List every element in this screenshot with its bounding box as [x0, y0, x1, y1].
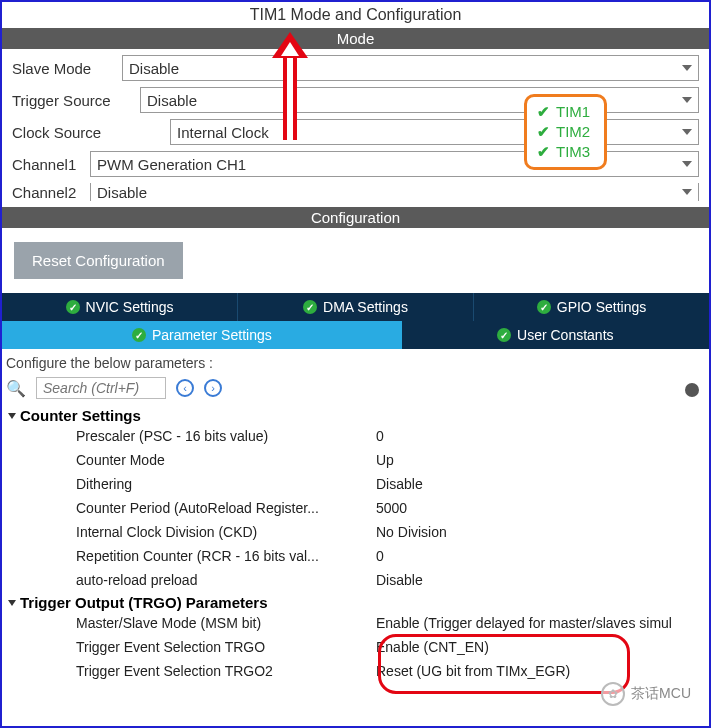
- parameter-key: auto-reload preload: [76, 568, 376, 592]
- parameter-row[interactable]: Counter ModeUp: [8, 448, 705, 472]
- parameter-value[interactable]: Enable (CNT_EN): [376, 635, 705, 659]
- tab-dma-settings[interactable]: ✓ DMA Settings: [238, 293, 474, 321]
- trgo-parameters-group[interactable]: Trigger Output (TRGO) Parameters: [8, 594, 705, 611]
- reset-configuration-button[interactable]: Reset Configuration: [14, 242, 183, 279]
- chevron-down-icon: [8, 600, 16, 606]
- check-icon: ✓: [537, 300, 551, 314]
- parameter-key: Prescaler (PSC - 16 bits value): [76, 424, 376, 448]
- tab-nvic-label: NVIC Settings: [86, 299, 174, 315]
- chevron-down-icon: [682, 161, 692, 167]
- chevron-down-icon: [8, 413, 16, 419]
- parameter-value[interactable]: Reset (UG bit from TIMx_EGR): [376, 659, 705, 683]
- parameter-row[interactable]: auto-reload preloadDisable: [8, 568, 705, 592]
- parameter-value[interactable]: Up: [376, 448, 705, 472]
- parameter-tree: Counter Settings Prescaler (PSC - 16 bit…: [6, 407, 705, 683]
- parameter-row[interactable]: Master/Slave Mode (MSM bit)Enable (Trigg…: [8, 611, 705, 635]
- gear-icon[interactable]: [685, 383, 699, 397]
- search-input[interactable]: [36, 377, 166, 399]
- tab-nvic-settings[interactable]: ✓ NVIC Settings: [2, 293, 238, 321]
- parameter-key: Repetition Counter (RCR - 16 bits val...: [76, 544, 376, 568]
- channel2-dropdown[interactable]: Disable: [90, 183, 699, 201]
- channel1-label: Channel1: [12, 156, 90, 173]
- mode-panel: Slave Mode Disable Trigger Source Disabl…: [2, 49, 709, 201]
- watermark-text: 茶话MCU: [631, 685, 691, 703]
- clock-source-label: Clock Source: [12, 124, 140, 141]
- trigger-source-label: Trigger Source: [12, 92, 140, 109]
- parameter-key: Trigger Event Selection TRGO: [76, 635, 376, 659]
- parameter-value[interactable]: 0: [376, 544, 705, 568]
- tab-gpio-label: GPIO Settings: [557, 299, 646, 315]
- check-icon: ✓: [303, 300, 317, 314]
- window-title: TIM1 Mode and Configuration: [2, 2, 709, 28]
- parameter-key: Counter Period (AutoReload Register...: [76, 496, 376, 520]
- counter-settings-label: Counter Settings: [20, 407, 141, 424]
- parameters-panel: Configure the below parameters : 🔍 ‹ › C…: [2, 349, 709, 683]
- parameter-value[interactable]: No Division: [376, 520, 705, 544]
- chevron-down-icon: [682, 129, 692, 135]
- watermark: ✿ 茶话MCU: [601, 682, 691, 706]
- parameter-key: Trigger Event Selection TRGO2: [76, 659, 376, 683]
- counter-settings-group[interactable]: Counter Settings: [8, 407, 705, 424]
- parameter-value[interactable]: 0: [376, 424, 705, 448]
- tab-row-bottom: ✓ Parameter Settings ✓ User Constants: [2, 321, 709, 349]
- channel1-value: PWM Generation CH1: [97, 156, 246, 173]
- channel1-dropdown[interactable]: PWM Generation CH1: [90, 151, 699, 177]
- parameter-row[interactable]: Internal Clock Division (CKD)No Division: [8, 520, 705, 544]
- tab-parameter-settings[interactable]: ✓ Parameter Settings: [2, 321, 402, 349]
- parameter-row[interactable]: Prescaler (PSC - 16 bits value)0: [8, 424, 705, 448]
- trigger-source-dropdown[interactable]: Disable: [140, 87, 699, 113]
- check-icon: ✓: [132, 328, 146, 342]
- tab-user-label: User Constants: [517, 327, 613, 343]
- parameter-value[interactable]: Enable (Trigger delayed for master/slave…: [376, 611, 705, 635]
- parameter-value[interactable]: Disable: [376, 472, 705, 496]
- parameter-key: Dithering: [76, 472, 376, 496]
- parameter-value[interactable]: 5000: [376, 496, 705, 520]
- check-icon: ✓: [497, 328, 511, 342]
- slave-mode-label: Slave Mode: [12, 60, 122, 77]
- params-intro-text: Configure the below parameters :: [6, 355, 705, 371]
- clock-source-value: Internal Clock: [177, 124, 269, 141]
- trgo-parameters-label: Trigger Output (TRGO) Parameters: [20, 594, 268, 611]
- tab-row-top: ✓ NVIC Settings ✓ DMA Settings ✓ GPIO Se…: [2, 293, 709, 321]
- tab-dma-label: DMA Settings: [323, 299, 408, 315]
- tab-param-label: Parameter Settings: [152, 327, 272, 343]
- chevron-down-icon: [682, 189, 692, 195]
- tab-gpio-settings[interactable]: ✓ GPIO Settings: [474, 293, 709, 321]
- parameter-value[interactable]: Disable: [376, 568, 705, 592]
- parameter-row[interactable]: Trigger Event Selection TRGO2Reset (UG b…: [8, 659, 705, 683]
- channel2-value: Disable: [97, 184, 147, 201]
- channel2-label: Channel2: [12, 184, 90, 201]
- search-prev-button[interactable]: ‹: [176, 379, 194, 397]
- search-next-button[interactable]: ›: [204, 379, 222, 397]
- parameter-key: Internal Clock Division (CKD): [76, 520, 376, 544]
- parameter-key: Master/Slave Mode (MSM bit): [76, 611, 376, 635]
- parameter-row[interactable]: Trigger Event Selection TRGOEnable (CNT_…: [8, 635, 705, 659]
- config-section-header: Configuration: [2, 207, 709, 228]
- slave-mode-value: Disable: [129, 60, 179, 77]
- parameter-row[interactable]: DitheringDisable: [8, 472, 705, 496]
- mode-section-header: Mode: [2, 28, 709, 49]
- parameter-row[interactable]: Repetition Counter (RCR - 16 bits val...…: [8, 544, 705, 568]
- trigger-source-value: Disable: [147, 92, 197, 109]
- search-icon[interactable]: 🔍: [6, 379, 26, 398]
- chevron-down-icon: [682, 65, 692, 71]
- clock-source-dropdown[interactable]: Internal Clock: [170, 119, 699, 145]
- parameter-row[interactable]: Counter Period (AutoReload Register...50…: [8, 496, 705, 520]
- wechat-icon: ✿: [601, 682, 625, 706]
- chevron-down-icon: [682, 97, 692, 103]
- check-icon: ✓: [66, 300, 80, 314]
- parameter-key: Counter Mode: [76, 448, 376, 472]
- tab-user-constants[interactable]: ✓ User Constants: [402, 321, 709, 349]
- slave-mode-dropdown[interactable]: Disable: [122, 55, 699, 81]
